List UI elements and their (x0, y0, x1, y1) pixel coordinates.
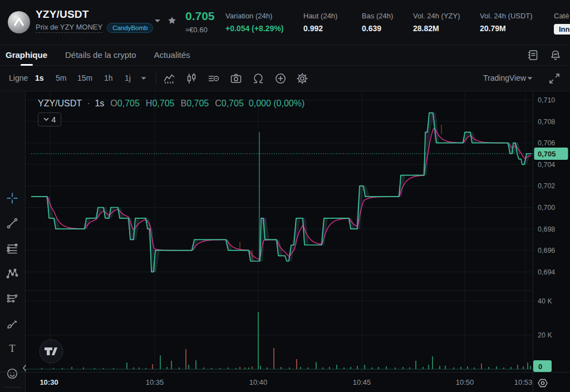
volume-bar (273, 348, 274, 369)
volume-bar (445, 366, 446, 369)
brush-icon[interactable] (6, 317, 19, 330)
chart-grid (26, 92, 533, 371)
volume-bar (481, 364, 482, 369)
price-tick-label: 0,694 (538, 268, 555, 276)
chart-type-button[interactable]: Ligne (9, 74, 28, 82)
legend-symbol[interactable]: YZY/USDT (38, 99, 82, 109)
volume-bar (160, 355, 161, 369)
legend-low: B0,705 (180, 99, 209, 109)
gear-icon[interactable] (296, 72, 309, 85)
trading-page: YZY/USDT Prix de YZY MONEY CandyBomb 0.7… (0, 0, 570, 392)
legend-close: C0,705 (215, 99, 244, 109)
provider-menu[interactable]: TradingView (483, 74, 526, 82)
text-tool-icon[interactable]: T (6, 342, 19, 355)
pair-subtitle: Prix de YZY MONEY (36, 23, 102, 33)
volume-bar (336, 365, 337, 369)
legend-interval: 1s (95, 99, 104, 109)
volume-bar (496, 366, 497, 369)
journal-icon[interactable] (526, 48, 539, 62)
last-price: 0.705 (185, 9, 215, 23)
interval-1h[interactable]: 1h (104, 74, 113, 82)
price-alert-bell-icon[interactable] (549, 48, 562, 62)
svg-text:T: T (9, 343, 16, 354)
price-chart-canvas[interactable]: 10:3010:3510:4010:4510:5010:53 0,7100,70… (25, 91, 570, 392)
interval-5m[interactable]: 5m (56, 74, 66, 82)
volume-bar (296, 359, 297, 369)
emoji-tool-icon[interactable] (6, 367, 19, 380)
pair-title: YZY/USDT (36, 8, 153, 21)
volume-bar (415, 361, 416, 369)
volume-bar (510, 367, 512, 369)
interval-1j[interactable]: 1j (125, 74, 131, 82)
fullscreen-expand-icon[interactable] (548, 72, 561, 85)
volume-bar (488, 367, 489, 369)
price-tick-label: 0,704 (538, 161, 555, 169)
tradingview-watermark-logo[interactable] (40, 340, 63, 363)
volume-bar (378, 367, 379, 369)
legend-high: H0,705 (146, 99, 175, 109)
stat-vol-quote: Vol. 24h (USDT) 20.79M (480, 12, 533, 33)
time-tick-label: 10:50 (456, 378, 474, 386)
price-tick-label: 0,708 (538, 118, 555, 126)
price-tick-label: 0,706 (538, 139, 555, 147)
volume-bar (126, 362, 127, 369)
ma-line (31, 128, 531, 259)
time-tick-label: 10:30 (40, 378, 58, 386)
provider-caret-icon[interactable] (527, 76, 533, 81)
tab-actualites[interactable]: Actualités (154, 45, 190, 66)
volume-bar (260, 366, 261, 369)
fib-retracement-icon[interactable] (6, 242, 19, 255)
volume-bar (329, 367, 330, 369)
indicators-icon[interactable] (163, 72, 176, 85)
page-tabs: Graphique Détails de la crypto Actualité… (0, 45, 570, 66)
volume-bar (432, 356, 433, 369)
volume-bar (152, 364, 153, 369)
volume-bar (439, 366, 440, 369)
legend-open: O0,705 (110, 99, 140, 109)
candles-style-icon[interactable] (185, 72, 198, 85)
legend-collapse-button[interactable]: 4 (38, 112, 61, 126)
add-plus-circle-icon[interactable] (274, 72, 287, 85)
volume-bar (428, 365, 429, 369)
volume-bar (252, 366, 253, 369)
chart-legend: YZY/USDT · 1s O0,705 H0,705 B0,705 C0,70… (38, 99, 304, 109)
volume-bar (517, 365, 518, 369)
list-settings-icon[interactable] (207, 72, 220, 85)
volume-bar (71, 367, 72, 369)
snapshot-camera-icon[interactable] (229, 72, 243, 85)
drawing-tools-sidebar: T (0, 91, 25, 392)
current-price-badge-label: 0,705 (538, 150, 556, 158)
price-series (31, 113, 533, 272)
sidebar-divider (3, 387, 22, 388)
interval-dropdown-caret-icon[interactable] (140, 76, 147, 81)
volume-bar (402, 367, 404, 369)
time-tick-label: 10:45 (353, 378, 371, 386)
volume-bar (188, 365, 189, 369)
crosshair-icon[interactable] (6, 192, 19, 205)
tab-details-crypto[interactable]: Détails de la crypto (65, 45, 136, 66)
volume-bar (523, 366, 524, 369)
trend-line-icon[interactable] (6, 217, 19, 230)
volume-bar (300, 367, 301, 369)
volume-bars (26, 312, 533, 369)
stat-high: Haut (24h) 0.992 (303, 12, 337, 33)
pair-logo (8, 11, 30, 36)
volume-bar (386, 366, 387, 369)
candybomb-badge[interactable]: CandyBomb (107, 23, 153, 33)
tab-graphique[interactable]: Graphique (6, 45, 47, 66)
prediction-tool-icon[interactable] (6, 292, 19, 305)
interval-1s[interactable]: 1s (35, 74, 44, 82)
reload-icon[interactable] (252, 72, 265, 85)
category-badge[interactable]: Inne (554, 24, 570, 35)
interval-15m[interactable]: 15m (77, 74, 92, 82)
volume-tick-label: 20 K (538, 331, 552, 339)
pair-dropdown-caret-icon[interactable] (154, 18, 161, 24)
volume-bar (171, 361, 172, 369)
price-fiat-approx: ≈€0.60 (185, 26, 215, 34)
volume-bar (166, 367, 168, 369)
volume-tick-label: 40 K (538, 297, 552, 305)
favorite-star-icon[interactable] (166, 15, 178, 26)
time-tick-label: 10:40 (249, 378, 268, 386)
price-axis[interactable]: 0,7100,7080,7060,7040,7020,7000,6980,696… (26, 91, 570, 392)
xabcd-pattern-icon[interactable] (6, 267, 19, 280)
